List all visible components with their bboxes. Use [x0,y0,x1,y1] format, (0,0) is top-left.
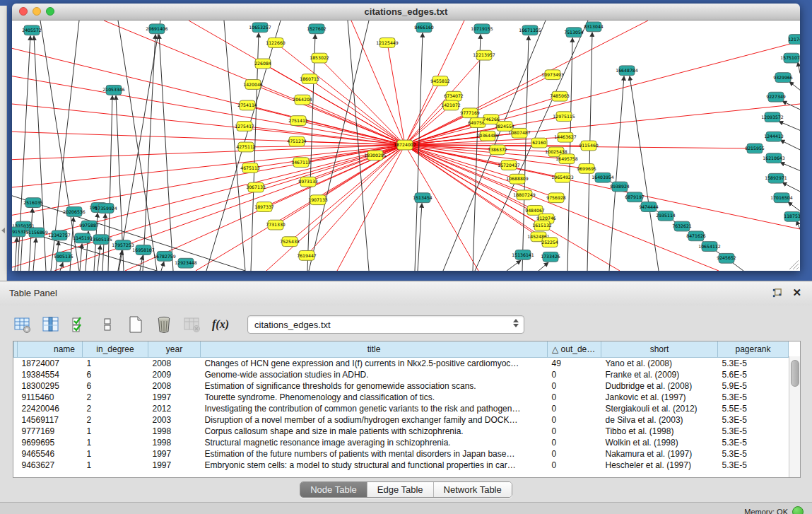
table-cell[interactable]: 14569117 [18,414,83,426]
table-cell[interactable]: 0 [548,437,601,448]
graph-node[interactable]: 6879197 [625,192,645,202]
table-cell[interactable]: 0 [548,460,601,471]
column-header[interactable]: short [601,341,718,358]
table-cell[interactable]: 0 [548,403,601,414]
graph-node[interactable]: 9777169 [460,108,480,118]
graph-node[interactable]: 2405572 [22,25,42,35]
table-row[interactable]: 911546021997Tourette syndrome. Phenomeno… [14,392,789,403]
graph-node[interactable]: 118753 [784,211,800,221]
column-header[interactable]: title [201,341,548,358]
graph-node[interactable]: 7619447 [297,250,317,260]
graph-node[interactable]: 121743 [788,35,800,45]
graph-node[interactable]: 1527602 [307,24,326,34]
graph-node[interactable]: 16210643 [763,153,785,163]
network-canvas[interactable]: 1872400718300295112266022608414200462754… [12,21,800,271]
table-vertical-scrollbar[interactable] [789,356,800,477]
table-cell[interactable]: 0 [548,392,601,403]
table-cell[interactable]: 2 [83,392,148,403]
graph-node[interactable]: 1244413 [764,132,784,141]
table-cell[interactable]: 0 [548,426,601,437]
graph-node[interactable]: 16648784 [616,66,638,76]
table-cell[interactable]: Embryonic stem cells: a model to study s… [201,460,548,471]
graph-node[interactable]: 11156869 [25,228,48,238]
node-table-grid[interactable]: namein_degreeyeartitle△ out_de…shortpage… [13,341,801,478]
table-cell[interactable]: Disruption of a novel member of a sodium… [201,414,548,426]
table-row[interactable]: 946554611997Estimation of the future num… [14,448,789,460]
table-cell[interactable]: Estimation of the future numbers of pati… [201,448,548,460]
graph-node[interactable]: 3467113 [291,158,311,168]
scrollbar-thumb[interactable] [791,360,799,387]
graph-node[interactable]: 13505135 [90,235,112,245]
column-header[interactable]: △ out_de… [548,341,601,358]
graph-node[interactable]: 7525433 [280,237,300,247]
graph-node[interactable]: 9245652 [717,253,736,263]
column-header[interactable]: name [18,341,83,358]
graph-node[interactable]: 4275112 [236,142,256,152]
tab-edge-table[interactable]: Edge Table [367,482,434,497]
table-cell[interactable]: 2008 [148,380,201,392]
table-cell[interactable]: 2009 [148,369,201,380]
table-select-combobox[interactable]: citations_edges.txt [247,315,524,334]
graph-node[interactable]: 12923448 [175,258,197,268]
graph-node[interactable]: 7485063 [550,91,570,101]
close-panel-icon[interactable]: ✕ [792,286,801,299]
graph-node[interactable]: 4751234 [287,136,307,146]
graph-node[interactable]: 10653257 [249,23,271,33]
table-cell[interactable]: 6 [83,369,148,380]
table-cell[interactable]: Investigating the contribution of common… [201,403,548,414]
graph-node[interactable]: 7632621 [672,221,692,231]
table-cell[interactable]: 1997 [148,448,201,460]
graph-node[interactable]: 2754114 [237,100,257,110]
table-row[interactable]: 1872400712008Changes of HCN gene express… [14,358,789,370]
table-cell[interactable]: 49 [548,358,601,370]
table-cell[interactable]: 5.6E-5 [718,369,789,380]
graph-node[interactable]: 7386372 [488,145,507,155]
graph-node[interactable]: 16958107 [132,245,155,255]
graph-node[interactable]: 2935114 [656,211,676,221]
graph-node[interactable]: 12125449 [376,38,399,48]
table-cell[interactable]: Corpus callosum shape and size in male p… [201,426,548,437]
graph-node[interactable]: 15720437 [498,160,520,170]
table-cell[interactable]: 1 [83,426,148,437]
graph-node[interactable]: 1733426 [541,252,560,262]
graph-node[interactable]: 16403954 [592,173,614,182]
table-row[interactable]: 946362711997Embryonic stem cells: a mode… [14,460,789,471]
graph-node[interactable]: 9227349 [766,92,786,102]
graph-node[interactable]: 14463627 [554,132,577,142]
table-cell[interactable]: 19384554 [18,369,83,380]
graph-node[interactable]: 2751411 [288,116,308,126]
graph-node[interactable]: 2064204 [293,95,312,105]
table-cell[interactable]: 5.5E-5 [718,403,789,414]
graph-node[interactable]: 9455812 [430,76,450,86]
table-row[interactable]: 1830029562008Estimation of significance … [14,380,789,392]
table-cell[interactable]: Hescheler et al. (1997) [601,460,718,471]
table-cell[interactable]: Genome-wide association studies in ADHD. [201,369,548,380]
table-row[interactable]: 2242004622012Investigating the contribut… [14,403,789,414]
table-cell[interactable]: Franke et al. (2009) [601,369,718,380]
table-cell[interactable]: 1997 [148,460,201,471]
table-cell[interactable]: Yano et al. (2008) [601,358,718,370]
column-header[interactable]: year [148,341,201,358]
table-cell[interactable]: 18300295 [18,380,83,392]
table-cell[interactable]: 2003 [148,414,201,426]
float-panel-icon[interactable] [772,288,782,298]
graph-node[interactable]: 16671355 [519,25,541,35]
window-titlebar[interactable]: citations_edges.txt [12,4,800,21]
table-cell[interactable]: Dudbridge et al. (2008) [601,380,718,392]
graph-node[interactable]: 19654923 [551,173,574,182]
graph-node[interactable]: 15751074 [780,53,800,63]
graph-node[interactable]: 7513054 [564,28,584,37]
table-cell[interactable]: 1 [83,358,148,370]
graph-node[interactable]: 9474444 [639,202,659,212]
table-cell[interactable]: 5.3E-5 [718,358,789,370]
graph-node[interactable]: 17359924 [95,204,117,214]
select-all-checks-button[interactable] [69,315,89,334]
table-cell[interactable]: Tibbo et al. (1998) [601,426,718,437]
table-cell[interactable]: 1 [83,437,148,448]
graph-node[interactable]: 16782759 [153,251,176,261]
table-cell[interactable]: 5.3E-5 [718,460,789,471]
table-cell[interactable]: 0 [548,369,601,380]
table-cell[interactable]: 1998 [148,426,201,437]
table-cell[interactable]: 9699695 [18,437,83,448]
table-cell[interactable]: 22420046 [18,403,83,414]
